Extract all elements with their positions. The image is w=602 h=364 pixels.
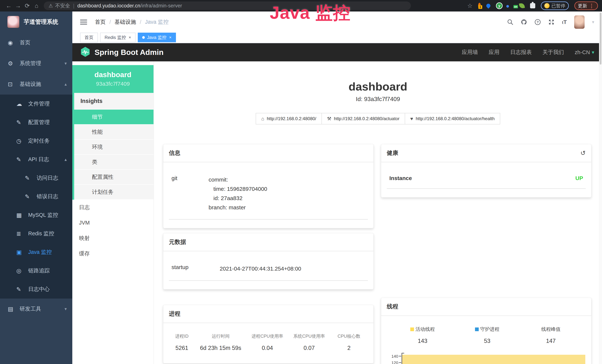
pin-extension-icon[interactable] xyxy=(485,3,491,9)
not-secure-label: 不安全 xyxy=(55,2,70,9)
browser-home-icon[interactable]: ⌂ xyxy=(32,2,41,9)
sba-item-jvm[interactable]: JVM xyxy=(72,215,153,230)
edit-icon: ✎ xyxy=(16,119,24,126)
sba-nav: 应用墙 应用 日志报表 关于我们 zh-CN ▾ xyxy=(462,49,594,56)
address-bar[interactable]: ⚠ 不安全 | dashboard.yudao.iocoder.cn /infr… xyxy=(44,1,411,10)
fullscreen-icon[interactable] xyxy=(548,19,555,25)
process-card: 进程 进程ID 运行时间 进程CPU使用率 系统CPU使用率 CPU核心数 xyxy=(163,305,374,364)
metadata-card-title: 元数据 xyxy=(169,238,186,246)
sba-item-config-props[interactable]: 配置属性 xyxy=(74,170,153,185)
sba-nav-journal[interactable]: 日志报表 xyxy=(510,49,532,56)
process-col-cores: CPU核心数 xyxy=(330,333,368,339)
live-threads-area xyxy=(402,355,585,364)
service-url-button[interactable]: ⌂ http://192.168.0.2:48080/ xyxy=(256,113,322,124)
sidebar-item-home[interactable]: ◉ 首页 xyxy=(0,32,72,53)
green-circle-extension-icon[interactable]: y xyxy=(496,2,503,9)
sidebar-item-log-center[interactable]: ✎ 日志中心 xyxy=(0,280,72,299)
sidebar-item-tracing[interactable]: ◎ 链路追踪 xyxy=(0,261,72,280)
profile-avatar-emoji xyxy=(544,3,549,8)
sidebar-item-redis-monitor[interactable]: ≣ Redis 监控 xyxy=(0,224,72,243)
sba-item-environment[interactable]: 环境 xyxy=(74,140,153,155)
user-menu-caret-icon[interactable]: ▾ xyxy=(592,20,594,25)
sidebar-item-api-logs[interactable]: ✎ API 日志 ▴ xyxy=(0,150,72,169)
breadcrumb-infrastructure[interactable]: 基础设施 xyxy=(115,18,136,26)
sidebar-item-access-logs[interactable]: ✎ 访问日志 xyxy=(0,169,72,187)
sidebar-item-file-mgmt[interactable]: ☁ 文件管理 xyxy=(0,95,72,113)
sba-item-caches[interactable]: 缓存 xyxy=(72,246,153,261)
mysql-icon: ▦ xyxy=(16,212,24,219)
tab-redis-monitor[interactable]: Redis 监控 × xyxy=(100,33,136,42)
sidebar-item-config-mgmt[interactable]: ✎ 配置管理 xyxy=(0,113,72,132)
instance-header[interactable]: dashboard 93a3fc7f7409 xyxy=(72,65,153,93)
github-icon[interactable] xyxy=(521,19,527,25)
metadata-row-startup: startup 2021-04-27T00:44:31.254+08:00 xyxy=(169,264,368,281)
breadcrumb: 首页 / 基础设施 / Java 监控 xyxy=(95,18,169,26)
timer-icon: ◷ xyxy=(16,138,24,144)
leaf-extension-icon[interactable] xyxy=(519,3,525,9)
browser-menu-icon[interactable]: ⋮ xyxy=(589,3,594,9)
sidebar-item-error-logs[interactable]: ✎ 错误日志 xyxy=(0,187,72,206)
sba-item-metrics[interactable]: 性能 xyxy=(74,125,153,140)
sba-brand-title[interactable]: Spring Boot Admin xyxy=(95,48,163,57)
tab-java-monitor[interactable]: Java 监控 × xyxy=(138,33,176,42)
sidebar-collapse-icon[interactable] xyxy=(80,20,87,24)
on-badge: on xyxy=(513,5,518,8)
tab-home[interactable]: 首页 xyxy=(80,33,98,42)
sba-nav-about[interactable]: 关于我们 xyxy=(542,49,564,56)
help-icon[interactable]: ? xyxy=(535,19,541,25)
java-monitor-icon: ▣ xyxy=(16,249,24,256)
daemon-threads-value: 53 xyxy=(458,338,516,344)
app-logo-row: 芋道管理系统 xyxy=(0,11,72,32)
sidebar-item-system-mgmt[interactable]: ⚙ 系统管理 ▾ xyxy=(0,53,72,74)
sba-instance-sidebar: dashboard 93a3fc7f7409 Insights 细节 性能 环境… xyxy=(72,61,154,364)
breadcrumb-home[interactable]: 首页 xyxy=(95,18,106,26)
cards-grid: 信息 git commit: time: 1596289704000 id: 2 xyxy=(154,144,602,364)
tracing-eye-icon: ◎ xyxy=(16,268,24,274)
svg-text:?: ? xyxy=(537,20,539,24)
orange-extension-icon[interactable]: 1 xyxy=(478,4,481,7)
browser-back-icon[interactable]: ← xyxy=(4,2,13,9)
sba-nav-applications[interactable]: 应用 xyxy=(489,49,499,56)
url-path: /infra/admin-server xyxy=(140,3,182,9)
history-icon[interactable]: ↺ xyxy=(580,149,586,157)
search-icon[interactable] xyxy=(507,19,513,25)
close-icon[interactable]: × xyxy=(169,35,172,40)
health-card-title: 健康 xyxy=(387,149,398,157)
sidebar-item-infrastructure[interactable]: ⊡ 基础设施 ▴ xyxy=(0,74,72,95)
close-icon[interactable]: × xyxy=(129,35,131,40)
font-size-icon[interactable]: tT xyxy=(562,19,567,25)
browser-update-button[interactable]: 更新 ⋮ xyxy=(574,1,598,10)
extensions-puzzle-icon[interactable] xyxy=(530,3,535,8)
chevron-down-icon: ▾ xyxy=(64,61,67,66)
user-avatar[interactable] xyxy=(574,15,585,29)
sba-nav-wallboard[interactable]: 应用墙 xyxy=(462,49,478,56)
extension-badge: 1 xyxy=(478,5,482,9)
sba-item-mappings[interactable]: 映射 xyxy=(72,230,153,246)
sba-item-scheduled-tasks[interactable]: 计划任务 xyxy=(74,185,153,200)
health-url-button[interactable]: ♥ http://192.168.0.2:48080/actuator/heal… xyxy=(405,113,500,124)
actuator-url-button[interactable]: ⚒ http://192.168.0.2:48080/actuator xyxy=(322,113,405,124)
sba-item-classes[interactable]: 类 xyxy=(74,155,153,170)
threads-card-title: 线程 xyxy=(387,303,398,310)
cards-left-column: 信息 git commit: time: 1596289704000 id: 2 xyxy=(163,144,374,364)
scrollbar-thumb[interactable] xyxy=(600,13,602,64)
screen: ← → ⟳ ⌂ ⚠ 不安全 | dashboard.yudao.iocoder.… xyxy=(0,0,602,364)
chevron-down-icon: ▾ xyxy=(592,50,594,55)
browser-reload-icon[interactable]: ⟳ xyxy=(23,2,32,9)
process-uptime-value: 6d 23h 15m 59s xyxy=(195,345,247,351)
profile-paused-badge[interactable]: 已暂停 xyxy=(541,1,569,10)
sba-item-logs[interactable]: 日志 xyxy=(72,200,153,215)
sba-item-details[interactable]: 细节 xyxy=(74,110,153,125)
app-title: 芋道管理系统 xyxy=(24,18,58,26)
browser-forward-icon[interactable]: → xyxy=(13,2,23,9)
bookmark-star-icon[interactable]: ☆ xyxy=(467,2,473,9)
url-host: dashboard.yudao.iocoder.cn xyxy=(77,3,140,9)
sba-locale-select[interactable]: zh-CN ▾ xyxy=(575,49,594,55)
sidebar-item-mysql-monitor[interactable]: ▦ MySQL 监控 xyxy=(0,206,72,224)
page-scrollbar[interactable] xyxy=(599,11,602,364)
sidebar-item-scheduled-tasks[interactable]: ◷ 定时任务 xyxy=(0,132,72,150)
sidebar-item-java-monitor[interactable]: ▣ Java 监控 xyxy=(0,243,72,261)
infrastructure-submenu: ☁ 文件管理 ✎ 配置管理 ◷ 定时任务 ✎ API 日志 ▴ ✎ xyxy=(0,95,72,299)
sidebar-item-devtools[interactable]: ▤ 研发工具 ▾ xyxy=(0,299,72,319)
devtools-icon: ▤ xyxy=(8,306,16,312)
